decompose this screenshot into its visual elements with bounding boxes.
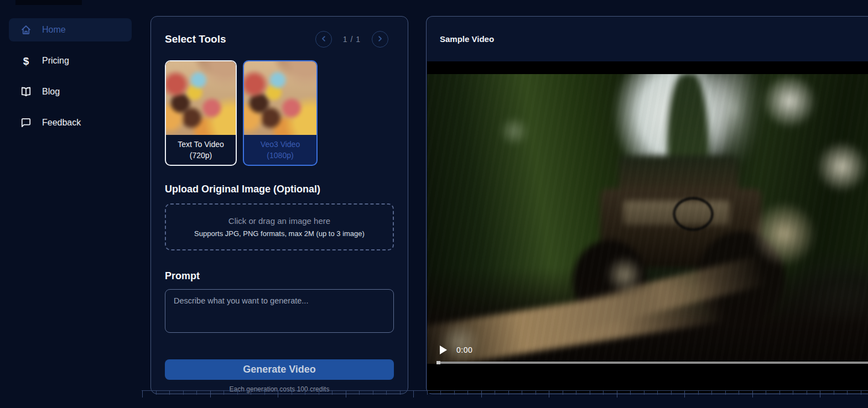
sidebar-item-feedback[interactable]: Feedback [9, 111, 132, 134]
tool-card-text-to-video[interactable]: Text To Video (720p) [165, 60, 237, 166]
tool-card-veo3-video[interactable]: Veo3 Video (1080p) [243, 60, 318, 166]
sample-video-player[interactable]: 0:00 [427, 61, 868, 393]
image-dropzone[interactable]: Click or drag an image here Supports JPG… [165, 203, 394, 250]
select-tools-panel: Select Tools 1 / 1 Text To Video (720p) … [150, 16, 408, 394]
tools-header: Select Tools 1 / 1 [165, 31, 394, 48]
tool-card-title: Text To Video [178, 139, 224, 150]
book-open-icon [20, 86, 32, 98]
sidebar-item-label: Pricing [42, 56, 69, 66]
video-controls: 0:00 [438, 344, 472, 355]
tools-title: Select Tools [165, 33, 226, 45]
sample-video-panel: Sample Video [426, 16, 868, 394]
chevron-left-icon [320, 35, 328, 44]
sidebar-item-label: Blog [42, 87, 60, 97]
video-seekbar[interactable] [436, 362, 868, 364]
video-frame [427, 74, 868, 364]
sidebar-item-blog[interactable]: Blog [9, 80, 132, 103]
video-panel-header: Sample Video [427, 17, 868, 61]
seekbar-handle[interactable] [436, 361, 440, 364]
timeline-ruler [142, 390, 868, 397]
tool-card-thumbnail [244, 61, 316, 135]
prompt-heading: Prompt [165, 270, 394, 282]
tool-card-thumbnail [166, 61, 236, 135]
tool-card-resolution: (1080p) [267, 150, 293, 161]
sidebar-item-label: Home [42, 25, 66, 35]
pagination-count: 1 / 1 [343, 35, 361, 44]
tool-card-label: Veo3 Video (1080p) [244, 135, 316, 165]
dropzone-main-text: Click or drag an image here [228, 216, 330, 226]
message-square-icon [20, 117, 32, 129]
sidebar-item-home[interactable]: Home [9, 18, 132, 41]
play-icon [440, 346, 447, 354]
video-panel-title: Sample Video [440, 34, 494, 44]
tool-card-resolution: (720p) [190, 150, 212, 161]
tool-card-title: Veo3 Video [261, 139, 300, 150]
sidebar-nav: Home $ Pricing Blog Feedback [9, 18, 132, 134]
pagination-next-button[interactable] [372, 31, 388, 48]
home-icon [20, 24, 32, 36]
upload-heading: Upload Original Image (Optional) [165, 184, 394, 195]
generate-video-button[interactable]: Generate Video [165, 359, 394, 380]
sidebar: Home $ Pricing Blog Feedback [0, 0, 142, 408]
tool-cards: Text To Video (720p) Veo3 Video (1080p) [165, 60, 394, 166]
sidebar-item-pricing[interactable]: $ Pricing [9, 49, 132, 72]
motion-blur-overlay [427, 74, 868, 364]
pagination-prev-button[interactable] [315, 31, 332, 48]
tools-pagination: 1 / 1 [315, 31, 388, 48]
dollar-icon: $ [20, 55, 32, 67]
tool-card-label: Text To Video (720p) [166, 135, 236, 165]
dropzone-sub-text: Supports JPG, PNG formats, max 2M (up to… [194, 229, 365, 238]
prompt-input[interactable] [165, 289, 394, 333]
video-time: 0:00 [456, 346, 472, 354]
candy-thumbnail-art [244, 61, 316, 135]
play-button[interactable] [438, 344, 449, 355]
chevron-right-icon [376, 35, 384, 44]
candy-thumbnail-art [166, 61, 236, 135]
sidebar-item-label: Feedback [42, 118, 81, 128]
ruler-major-ticks [142, 391, 868, 397]
